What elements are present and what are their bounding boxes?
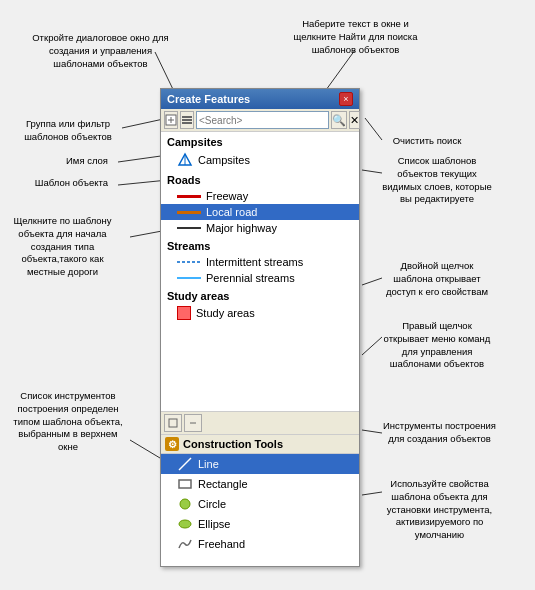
svg-point-29 [180,499,190,509]
line-tool-icon [177,456,193,472]
feature-campsites[interactable]: Campsites [161,150,359,170]
tools-list: Line Rectangle Circle Ellipse Freehand [161,454,359,566]
collapse-button[interactable] [184,414,202,432]
svg-rect-16 [182,116,192,118]
organize-icon [181,114,193,126]
new-icon [165,114,177,126]
tool-freehand-label: Freehand [198,538,245,550]
collapse-icon [188,418,198,428]
annotation-group-filter: Группа или фильтр шаблонов объектов [18,118,118,144]
annotation-clear-search: Очистить поиск [382,135,472,148]
new-template-button[interactable] [164,111,178,129]
feature-freeway[interactable]: Freeway [161,188,359,204]
expand-button[interactable] [164,414,182,432]
svg-line-2 [365,118,382,140]
annotation-layer-name: Имя слоя [18,155,108,168]
layer-study-areas: Study areas [161,286,359,304]
toolbar: 🔍 ✕ [161,109,359,132]
feature-local-road-label: Local road [206,206,257,218]
feature-intermittent-streams[interactable]: Intermittent streams [161,254,359,270]
annotation-feature-template: Шаблон объекта [18,177,108,190]
tool-line-label: Line [198,458,219,470]
svg-point-30 [179,520,191,528]
search-button[interactable]: 🔍 [331,111,347,129]
perennial-stream-icon [177,274,201,282]
feature-study-areas-label: Study areas [196,307,255,319]
feature-perennial-streams[interactable]: Perennial streams [161,270,359,286]
annotation-template-props: Используйте свойства шаблона объекта для… [382,478,497,542]
svg-line-7 [362,170,382,173]
study-area-icon [177,306,191,320]
organize-button[interactable] [180,111,194,129]
feature-freeway-label: Freeway [206,190,248,202]
tool-circle-label: Circle [198,498,226,510]
dialog-title: Create Features [167,93,250,105]
layer-streams: Streams [161,236,359,254]
annotation-search-hint: Наберите текст в окне и щелкните Найти д… [288,18,423,56]
svg-line-27 [179,458,191,470]
construction-tools-header: ⚙ Construction Tools [161,435,359,454]
svg-line-11 [362,430,382,433]
highway-icon [177,227,201,229]
svg-rect-23 [169,419,177,427]
annotation-template-list: Список шаблонов объектов текущих видимых… [382,155,492,206]
feature-major-highway-label: Major highway [206,222,277,234]
annotation-click-template: Щелкните по шаблону объекта для начала с… [5,215,120,279]
bottom-toolbar [161,412,359,435]
feature-intermittent-label: Intermittent streams [206,256,303,268]
svg-line-8 [362,278,382,285]
tool-freehand[interactable]: Freehand [161,534,359,554]
feature-campsites-label: Campsites [198,154,250,166]
tool-ellipse[interactable]: Ellipse [161,514,359,534]
dialog-titlebar: Create Features × [161,89,359,109]
features-list[interactable]: Campsites Campsites Roads Freeway Local … [161,132,359,412]
freeway-icon [177,195,201,198]
construction-tools-label: Construction Tools [183,438,283,450]
freehand-tool-icon [177,536,193,552]
svg-rect-28 [179,480,191,488]
annotation-construction-tools: Инструменты построения для создания объе… [382,420,497,446]
tent-icon [177,152,193,168]
search-input[interactable] [196,111,329,129]
layer-roads: Roads [161,170,359,188]
tool-ellipse-label: Ellipse [198,518,230,530]
annotation-double-click: Двойной щелчок шаблона открывает доступ … [382,260,492,298]
local-road-icon [177,211,201,214]
layer-campsites: Campsites [161,132,359,150]
feature-study-areas[interactable]: Study areas [161,304,359,322]
feature-perennial-label: Perennial streams [206,272,295,284]
create-features-dialog: Create Features × 🔍 ✕ Campsites [160,88,360,567]
annotation-open-dialog: Откройте диалоговое окно для создания и … [28,32,173,70]
feature-major-highway[interactable]: Major highway [161,220,359,236]
annotation-right-click: Правый щелчок открывает меню команд для … [382,320,492,371]
circle-tool-icon [177,496,193,512]
clear-search-button[interactable]: ✕ [349,111,360,129]
feature-local-road[interactable]: Local road [161,204,359,220]
tool-rectangle-label: Rectangle [198,478,248,490]
tool-circle[interactable]: Circle [161,494,359,514]
svg-rect-18 [182,122,192,124]
ellipse-tool-icon [177,516,193,532]
svg-line-9 [362,337,382,355]
construction-header-icon: ⚙ [165,437,179,451]
svg-line-12 [362,492,382,495]
tool-rectangle[interactable]: Rectangle [161,474,359,494]
close-button[interactable]: × [339,92,353,106]
intermittent-stream-icon [177,258,201,266]
svg-text:⚙: ⚙ [168,439,177,450]
tool-line[interactable]: Line [161,454,359,474]
rectangle-tool-icon [177,476,193,492]
annotation-tools-list: Список инструментов построения определен… [8,390,128,454]
expand-icon [168,418,178,428]
svg-rect-17 [182,119,192,121]
